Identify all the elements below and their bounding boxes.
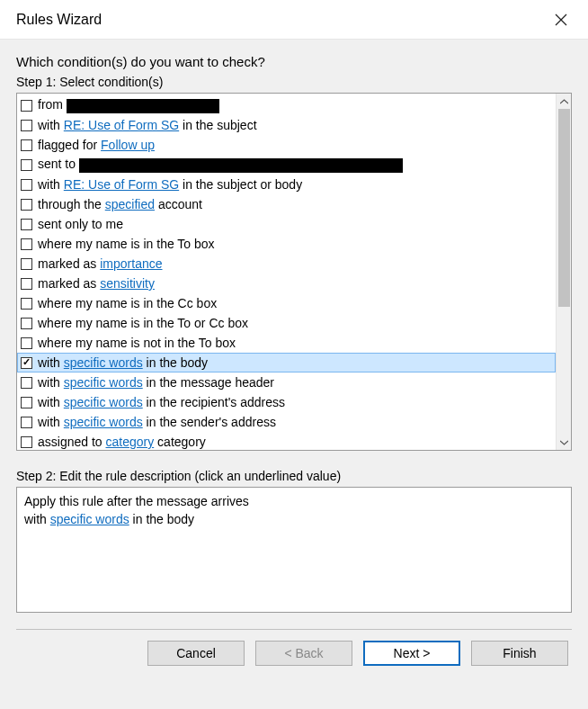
- condition-text: assigned to category category: [38, 435, 206, 449]
- condition-checkbox[interactable]: [21, 139, 32, 151]
- condition-text: marked as sensitivity: [38, 276, 155, 291]
- scrollbar-track[interactable]: [557, 109, 571, 435]
- step1-label: Step 1: Select condition(s): [16, 75, 572, 89]
- condition-text: marked as importance: [38, 256, 163, 271]
- condition-value-link[interactable]: RE: Use of Form SG: [64, 118, 179, 132]
- condition-value-link[interactable]: RE: Use of Form SG: [64, 177, 179, 192]
- redacted-text: [67, 99, 219, 113]
- titlebar: Rules Wizard: [0, 0, 588, 40]
- condition-row[interactable]: sent to: [17, 155, 556, 175]
- condition-text: where my name is in the To box: [38, 237, 215, 251]
- condition-checkbox[interactable]: [21, 417, 32, 428]
- divider: [16, 629, 572, 630]
- condition-row[interactable]: where my name is in the Cc box: [17, 293, 556, 313]
- scrollbar-thumb[interactable]: [558, 109, 570, 307]
- condition-value-link[interactable]: specified: [105, 197, 155, 211]
- condition-checkbox[interactable]: [21, 377, 32, 389]
- condition-checkbox[interactable]: [21, 298, 32, 310]
- description-line: Apply this rule after the message arrive…: [24, 493, 564, 511]
- condition-checkbox[interactable]: [21, 318, 32, 329]
- back-button[interactable]: < Back: [255, 641, 352, 666]
- condition-checkbox[interactable]: [21, 397, 32, 408]
- condition-checkbox[interactable]: [21, 436, 32, 448]
- condition-checkbox[interactable]: [21, 238, 32, 250]
- scroll-up-arrow-icon[interactable]: [557, 94, 572, 109]
- condition-text: with RE: Use of Form SG in the subject o…: [38, 177, 302, 192]
- condition-row[interactable]: with RE: Use of Form SG in the subject o…: [17, 175, 556, 194]
- condition-text: with specific words in the body: [38, 355, 208, 370]
- condition-checkbox[interactable]: [21, 100, 32, 112]
- condition-row[interactable]: marked as importance: [17, 254, 556, 274]
- condition-row[interactable]: with RE: Use of Form SG in the subject: [17, 115, 556, 135]
- redacted-text: [79, 158, 403, 173]
- condition-text: flagged for Follow up: [38, 138, 155, 152]
- condition-row[interactable]: with specific words in the body: [17, 353, 556, 372]
- scrollbar[interactable]: [556, 94, 571, 450]
- condition-checkbox[interactable]: [21, 159, 32, 171]
- condition-text: from: [38, 97, 219, 112]
- wizard-buttons: Cancel < Back Next > Finish: [16, 641, 572, 666]
- condition-value-link[interactable]: specific words: [64, 395, 143, 409]
- condition-text: with specific words in the sender's addr…: [38, 415, 276, 429]
- condition-text: through the specified account: [38, 197, 202, 211]
- conditions-listbox: from with RE: Use of Form SG in the subj…: [16, 93, 572, 451]
- description-line: with specific words in the body: [24, 511, 564, 529]
- condition-value-link[interactable]: category: [106, 435, 155, 449]
- step2-label: Step 2: Edit the rule description (click…: [16, 469, 572, 483]
- condition-row[interactable]: where my name is in the To box: [17, 234, 556, 254]
- window-title: Rules Wizard: [16, 12, 543, 28]
- condition-checkbox[interactable]: [21, 120, 32, 131]
- condition-row[interactable]: sent only to me: [17, 214, 556, 234]
- condition-text: sent only to me: [38, 217, 123, 231]
- condition-row[interactable]: through the specified account: [17, 194, 556, 214]
- condition-text: sent to: [38, 157, 403, 172]
- scroll-down-arrow-icon[interactable]: [557, 435, 572, 450]
- condition-text: where my name is not in the To box: [38, 336, 236, 350]
- condition-row[interactable]: from: [17, 95, 556, 115]
- condition-text: where my name is in the Cc box: [38, 296, 217, 310]
- condition-text: with specific words in the message heade…: [38, 375, 274, 390]
- condition-text: where my name is in the To or Cc box: [38, 316, 248, 330]
- condition-row[interactable]: where my name is in the To or Cc box: [17, 313, 556, 333]
- wizard-question: Which condition(s) do you want to check?: [16, 54, 572, 69]
- condition-row[interactable]: with specific words in the sender's addr…: [17, 412, 556, 432]
- condition-checkbox[interactable]: [21, 258, 32, 270]
- close-button[interactable]: [543, 2, 579, 38]
- condition-value-link[interactable]: importance: [100, 256, 162, 271]
- edit-specific-words-link[interactable]: specific words: [50, 512, 129, 526]
- condition-checkbox[interactable]: [21, 219, 32, 230]
- condition-row[interactable]: assigned to category category: [17, 432, 556, 450]
- next-button[interactable]: Next >: [363, 641, 460, 666]
- condition-value-link[interactable]: sensitivity: [100, 276, 155, 291]
- rule-description-box: Apply this rule after the message arrive…: [16, 487, 572, 613]
- condition-text: with specific words in the recipient's a…: [38, 395, 285, 409]
- condition-value-link[interactable]: Follow up: [101, 138, 155, 152]
- cancel-button[interactable]: Cancel: [147, 641, 245, 666]
- condition-text: with RE: Use of Form SG in the subject: [38, 118, 257, 132]
- condition-row[interactable]: where my name is not in the To box: [17, 333, 556, 353]
- condition-value-link[interactable]: specific words: [64, 375, 143, 390]
- finish-button[interactable]: Finish: [471, 641, 568, 666]
- condition-value-link[interactable]: specific words: [64, 355, 143, 370]
- condition-checkbox[interactable]: [21, 179, 32, 191]
- condition-row[interactable]: with specific words in the message heade…: [17, 372, 556, 392]
- condition-row[interactable]: flagged for Follow up: [17, 135, 556, 155]
- condition-checkbox[interactable]: [21, 337, 32, 349]
- condition-checkbox[interactable]: [21, 199, 32, 211]
- condition-row[interactable]: with specific words in the recipient's a…: [17, 392, 556, 412]
- condition-checkbox[interactable]: [21, 357, 32, 369]
- condition-value-link[interactable]: specific words: [64, 415, 143, 429]
- condition-checkbox[interactable]: [21, 278, 32, 290]
- condition-row[interactable]: marked as sensitivity: [17, 274, 556, 293]
